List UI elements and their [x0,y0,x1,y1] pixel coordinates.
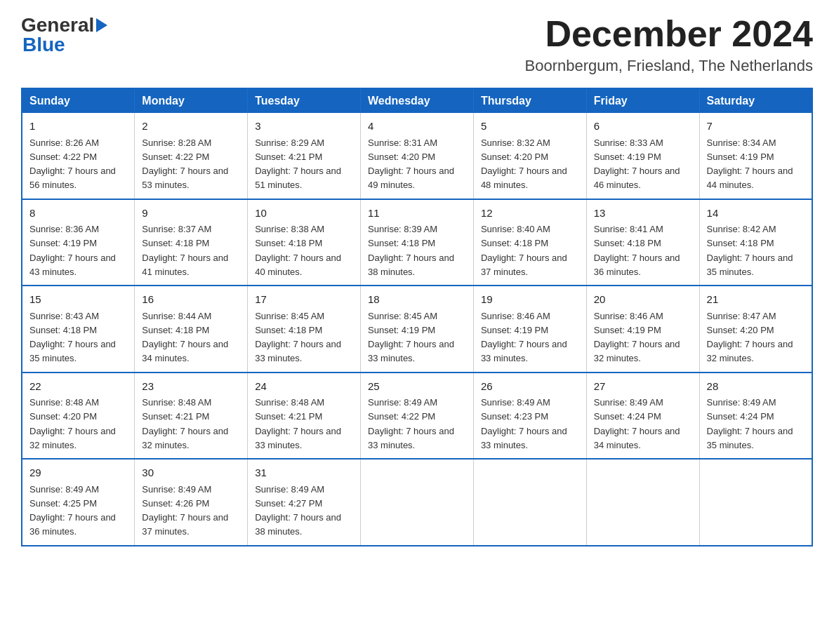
calendar-cell: 21Sunrise: 8:47 AMSunset: 4:20 PMDayligh… [699,286,812,373]
day-info: Sunrise: 8:32 AMSunset: 4:20 PMDaylight:… [481,137,567,191]
day-info: Sunrise: 8:37 AMSunset: 4:18 PMDaylight:… [142,224,228,277]
day-number: 2 [142,119,240,135]
day-info: Sunrise: 8:40 AMSunset: 4:18 PMDaylight:… [481,224,567,277]
calendar-cell: 23Sunrise: 8:48 AMSunset: 4:21 PMDayligh… [135,373,248,459]
calendar-cell: 27Sunrise: 8:49 AMSunset: 4:24 PMDayligh… [586,373,699,459]
day-info: Sunrise: 8:38 AMSunset: 4:18 PMDaylight:… [255,224,341,277]
day-info: Sunrise: 8:49 AMSunset: 4:22 PMDaylight:… [368,397,454,450]
day-number: 5 [481,119,579,135]
calendar-cell: 26Sunrise: 8:49 AMSunset: 4:23 PMDayligh… [473,373,586,459]
day-info: Sunrise: 8:33 AMSunset: 4:19 PMDaylight:… [594,137,680,191]
calendar-cell: 3Sunrise: 8:29 AMSunset: 4:21 PMDaylight… [248,113,361,199]
calendar-cell: 30Sunrise: 8:49 AMSunset: 4:26 PMDayligh… [135,459,248,546]
day-info: Sunrise: 8:42 AMSunset: 4:18 PMDaylight:… [707,224,793,277]
day-info: Sunrise: 8:49 AMSunset: 4:26 PMDaylight:… [142,484,228,537]
day-info: Sunrise: 8:49 AMSunset: 4:24 PMDaylight:… [707,397,793,450]
calendar-cell: 6Sunrise: 8:33 AMSunset: 4:19 PMDaylight… [586,113,699,199]
day-info: Sunrise: 8:48 AMSunset: 4:21 PMDaylight:… [142,397,228,450]
day-number: 25 [368,379,466,395]
day-number: 1 [29,119,127,135]
day-info: Sunrise: 8:29 AMSunset: 4:21 PMDaylight:… [255,137,341,191]
weekday-header-wednesday: Wednesday [361,88,474,113]
day-info: Sunrise: 8:44 AMSunset: 4:18 PMDaylight:… [142,311,228,364]
day-info: Sunrise: 8:26 AMSunset: 4:22 PMDaylight:… [29,137,116,191]
day-number: 14 [707,206,805,222]
day-info: Sunrise: 8:46 AMSunset: 4:19 PMDaylight:… [594,311,680,364]
day-number: 20 [594,292,692,308]
logo: General Blue [21,14,107,56]
calendar-header: SundayMondayTuesdayWednesdayThursdayFrid… [22,88,812,113]
day-info: Sunrise: 8:43 AMSunset: 4:18 PMDaylight:… [29,311,116,364]
day-info: Sunrise: 8:48 AMSunset: 4:20 PMDaylight:… [29,397,116,450]
calendar-cell: 16Sunrise: 8:44 AMSunset: 4:18 PMDayligh… [135,286,248,373]
calendar-cell: 18Sunrise: 8:45 AMSunset: 4:19 PMDayligh… [361,286,474,373]
calendar-cell: 29Sunrise: 8:49 AMSunset: 4:25 PMDayligh… [22,459,135,546]
calendar-cell [361,459,474,546]
calendar-cell [586,459,699,546]
calendar-cell: 4Sunrise: 8:31 AMSunset: 4:20 PMDaylight… [361,113,474,199]
day-number: 28 [707,379,805,395]
day-number: 12 [481,206,579,222]
day-number: 16 [142,292,240,308]
day-number: 13 [594,206,692,222]
calendar-cell [473,459,586,546]
calendar-cell: 7Sunrise: 8:34 AMSunset: 4:19 PMDaylight… [699,113,812,199]
day-number: 17 [255,292,353,308]
logo-arrow-icon [96,18,107,32]
day-number: 18 [368,292,466,308]
day-info: Sunrise: 8:49 AMSunset: 4:23 PMDaylight:… [481,397,567,450]
calendar-cell: 1Sunrise: 8:26 AMSunset: 4:22 PMDaylight… [22,113,135,199]
day-number: 27 [594,379,692,395]
logo-blue-text: Blue [22,34,65,56]
calendar-cell: 10Sunrise: 8:38 AMSunset: 4:18 PMDayligh… [248,199,361,286]
page-header: General Blue December 2024 Boornbergum, … [21,14,813,75]
weekday-header-thursday: Thursday [473,88,586,113]
calendar-week-row: 22Sunrise: 8:48 AMSunset: 4:20 PMDayligh… [22,373,812,459]
day-info: Sunrise: 8:41 AMSunset: 4:18 PMDaylight:… [594,224,680,277]
day-info: Sunrise: 8:36 AMSunset: 4:19 PMDaylight:… [29,224,116,277]
month-title: December 2024 [525,14,813,54]
calendar-cell: 9Sunrise: 8:37 AMSunset: 4:18 PMDaylight… [135,199,248,286]
weekday-header-tuesday: Tuesday [248,88,361,113]
day-number: 31 [255,465,353,481]
day-number: 7 [707,119,805,135]
day-info: Sunrise: 8:49 AMSunset: 4:24 PMDaylight:… [594,397,680,450]
calendar-cell: 11Sunrise: 8:39 AMSunset: 4:18 PMDayligh… [361,199,474,286]
calendar-cell: 15Sunrise: 8:43 AMSunset: 4:18 PMDayligh… [22,286,135,373]
calendar-cell: 24Sunrise: 8:48 AMSunset: 4:21 PMDayligh… [248,373,361,459]
calendar-cell: 14Sunrise: 8:42 AMSunset: 4:18 PMDayligh… [699,199,812,286]
day-info: Sunrise: 8:45 AMSunset: 4:19 PMDaylight:… [368,311,454,364]
day-info: Sunrise: 8:39 AMSunset: 4:18 PMDaylight:… [368,224,454,277]
calendar-cell: 31Sunrise: 8:49 AMSunset: 4:27 PMDayligh… [248,459,361,546]
calendar-cell [699,459,812,546]
weekday-header-sunday: Sunday [22,88,135,113]
calendar-week-row: 8Sunrise: 8:36 AMSunset: 4:19 PMDaylight… [22,199,812,286]
day-number: 10 [255,206,353,222]
calendar-body: 1Sunrise: 8:26 AMSunset: 4:22 PMDaylight… [22,113,812,546]
location-subtitle: Boornbergum, Friesland, The Netherlands [525,57,813,75]
calendar-cell: 5Sunrise: 8:32 AMSunset: 4:20 PMDaylight… [473,113,586,199]
day-info: Sunrise: 8:49 AMSunset: 4:27 PMDaylight:… [255,484,341,537]
day-number: 6 [594,119,692,135]
calendar-week-row: 29Sunrise: 8:49 AMSunset: 4:25 PMDayligh… [22,459,812,546]
weekday-header-saturday: Saturday [699,88,812,113]
calendar-cell: 25Sunrise: 8:49 AMSunset: 4:22 PMDayligh… [361,373,474,459]
day-number: 24 [255,379,353,395]
day-info: Sunrise: 8:34 AMSunset: 4:19 PMDaylight:… [707,137,793,191]
calendar-cell: 22Sunrise: 8:48 AMSunset: 4:20 PMDayligh… [22,373,135,459]
day-number: 9 [142,206,240,222]
calendar-week-row: 15Sunrise: 8:43 AMSunset: 4:18 PMDayligh… [22,286,812,373]
day-number: 29 [29,465,127,481]
day-info: Sunrise: 8:48 AMSunset: 4:21 PMDaylight:… [255,397,341,450]
day-info: Sunrise: 8:49 AMSunset: 4:25 PMDaylight:… [29,484,116,537]
calendar-week-row: 1Sunrise: 8:26 AMSunset: 4:22 PMDaylight… [22,113,812,199]
calendar-cell: 2Sunrise: 8:28 AMSunset: 4:22 PMDaylight… [135,113,248,199]
day-number: 4 [368,119,466,135]
calendar-cell: 12Sunrise: 8:40 AMSunset: 4:18 PMDayligh… [473,199,586,286]
calendar-table: SundayMondayTuesdayWednesdayThursdayFrid… [21,88,813,546]
weekday-header-friday: Friday [586,88,699,113]
day-info: Sunrise: 8:46 AMSunset: 4:19 PMDaylight:… [481,311,567,364]
day-number: 19 [481,292,579,308]
day-number: 23 [142,379,240,395]
calendar-cell: 17Sunrise: 8:45 AMSunset: 4:18 PMDayligh… [248,286,361,373]
